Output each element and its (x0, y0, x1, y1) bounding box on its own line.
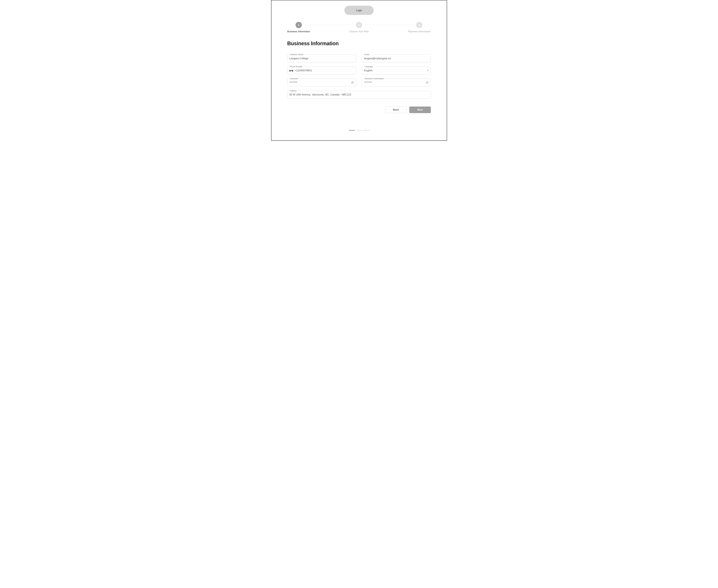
page-dash[interactable] (356, 130, 362, 131)
step-number: 1 (295, 22, 302, 28)
step-label: Choose Your Plan (349, 30, 369, 33)
app-frame: Logo 1 Business Information 2 Choose You… (271, 0, 447, 141)
email-input[interactable] (364, 57, 429, 60)
institution-name-input[interactable] (289, 57, 354, 60)
password-field: Password (287, 79, 356, 86)
action-bar: Back Next (287, 106, 431, 113)
language-value: English (364, 69, 372, 72)
step-number: 2 (356, 22, 362, 28)
field-label: Language (364, 65, 374, 68)
form: Institution Name Email Phone Number ▮✦▮ (287, 55, 431, 99)
field-label: Password (289, 78, 299, 80)
password-input-box[interactable] (287, 79, 356, 86)
logo: Logo (344, 6, 374, 15)
email-input-box[interactable] (362, 55, 431, 62)
password-confirmation-input-box[interactable] (362, 79, 431, 86)
address-input-box[interactable] (287, 91, 431, 99)
field-label: Phone Number (289, 65, 303, 68)
chevron-down-icon (427, 70, 429, 71)
logo-label: Logo (356, 9, 362, 12)
eye-off-icon[interactable] (351, 81, 354, 84)
password-input[interactable] (289, 81, 351, 84)
content: Business Information Institution Name Em… (287, 41, 431, 113)
address-input[interactable] (289, 93, 429, 96)
password-confirmation-input[interactable] (364, 81, 426, 84)
phone-field: Phone Number ▮✦▮ (287, 67, 356, 75)
phone-input[interactable] (295, 69, 354, 72)
field-label: Password Confirmation (364, 78, 385, 80)
phone-input-box[interactable]: ▮✦▮ (287, 67, 356, 75)
eye-off-icon[interactable] (426, 81, 429, 84)
page-dash[interactable] (363, 130, 369, 131)
field-label: Email (364, 54, 370, 56)
stepper: 1 Business Information 2 Choose Your Pla… (287, 22, 431, 35)
canada-flag-icon: ▮✦▮ (289, 69, 293, 72)
step-business-information[interactable]: 1 Business Information (284, 22, 313, 33)
email-field: Email (362, 55, 431, 62)
next-button[interactable]: Next (409, 106, 431, 113)
page-indicator (349, 130, 369, 131)
step-label: Payment Information (408, 30, 431, 33)
step-number: 3 (416, 22, 423, 28)
field-label: Address (289, 89, 298, 92)
page-title: Business Information (287, 41, 431, 46)
language-field: Language English (362, 67, 431, 75)
field-label: Institution Name (289, 54, 304, 56)
language-select[interactable]: English (362, 67, 431, 75)
address-field: Address (287, 91, 431, 99)
password-confirmation-field: Password Confirmation (362, 79, 431, 86)
institution-name-field: Institution Name (287, 55, 356, 62)
step-choose-plan[interactable]: 2 Choose Your Plan (345, 22, 373, 33)
step-label: Business Information (287, 30, 310, 33)
page-dash[interactable] (349, 130, 355, 131)
step-payment-information[interactable]: 3 Payment Information (405, 22, 434, 33)
back-button[interactable]: Back (385, 106, 407, 113)
institution-name-input-box[interactable] (287, 55, 356, 62)
